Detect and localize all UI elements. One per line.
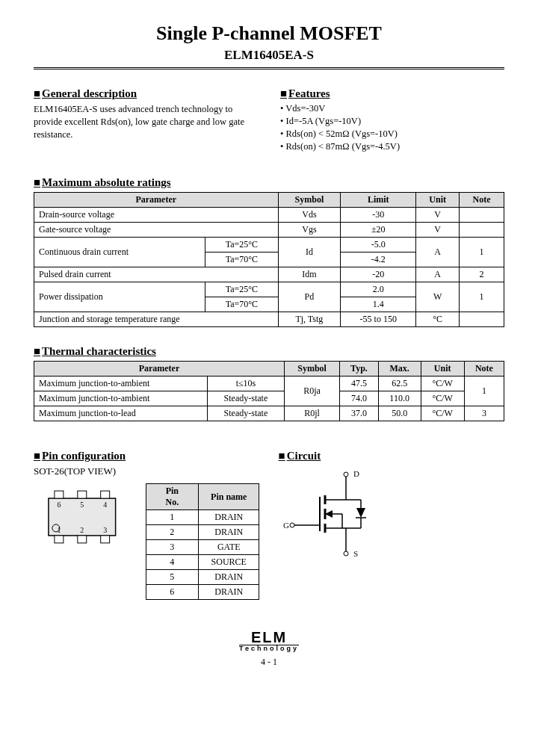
mosfet-circuit-icon: D S G xyxy=(279,465,383,563)
brand-logo-icon: ELM Technology xyxy=(239,630,299,652)
svg-rect-2 xyxy=(78,491,87,498)
general-description-col: General description ELM16405EA-S uses ad… xyxy=(34,77,258,154)
svg-text:S: S xyxy=(353,549,358,558)
max-ratings-heading: Maximum absolute ratings xyxy=(34,176,504,189)
svg-text:6: 6 xyxy=(57,501,61,509)
page-title: Single P-channel MOSFET xyxy=(34,22,504,45)
svg-rect-5 xyxy=(78,536,87,543)
svg-text:2: 2 xyxy=(80,526,84,534)
title-divider xyxy=(34,67,504,69)
features-col: Features Vds=-30V Id=-5A (Vgs=-10V) Rds(… xyxy=(280,77,504,154)
max-ratings-table: Parameter Symbol Limit Unit Note Drain-s… xyxy=(34,192,504,327)
col-parameter: Parameter xyxy=(34,362,285,377)
intro-columns: General description ELM16405EA-S uses ad… xyxy=(34,77,504,154)
col-parameter: Parameter xyxy=(34,193,279,208)
svg-text:D: D xyxy=(353,469,359,478)
svg-point-20 xyxy=(290,523,294,527)
general-text: ELM16405EA-S uses advanced trench techno… xyxy=(34,103,258,141)
table-row: Continuous drain current Ta=25°C Id -5.0… xyxy=(34,238,504,252)
svg-text:1: 1 xyxy=(57,526,61,534)
package-diagram-icon: 6 5 4 1 2 3 xyxy=(34,483,131,551)
page-footer: ELM Technology 4 - 1 xyxy=(34,630,504,668)
thermal-table: Parameter Symbol Typ. Max. Unit Note Max… xyxy=(34,361,504,421)
package-label: SOT-26(TOP VIEW) xyxy=(34,465,259,477)
table-row: Power dissipation Ta=25°C Pd 2.0 W 1 xyxy=(34,282,504,297)
svg-text:4: 4 xyxy=(103,501,107,509)
table-row: Junction and storage temperature range T… xyxy=(34,312,504,327)
datasheet-page: Single P-channel MOSFET ELM16405EA-S Gen… xyxy=(0,0,538,683)
general-heading: General description xyxy=(34,87,258,100)
col-unit: Unit xyxy=(416,193,460,208)
col-symbol: Symbol xyxy=(284,362,339,377)
thermal-heading: Thermal characteristics xyxy=(34,345,504,358)
svg-rect-4 xyxy=(55,536,64,543)
part-number: ELM16405EA-S xyxy=(34,48,504,63)
svg-text:5: 5 xyxy=(80,501,84,509)
pin-config-section: Pin configuration SOT-26(TOP VIEW) 6 5 xyxy=(34,439,259,600)
feature-item: Vds=-30V xyxy=(280,103,504,114)
table-row: Maximum junction-to-lead Steady-state R0… xyxy=(34,406,504,421)
table-row: 5DRAIN xyxy=(146,570,259,585)
table-row: 2DRAIN xyxy=(146,525,259,540)
table-header-row: Parameter Symbol Typ. Max. Unit Note xyxy=(34,362,504,377)
page-number: 4 - 1 xyxy=(34,657,504,668)
col-typ: Typ. xyxy=(340,362,378,377)
col-note: Note xyxy=(464,362,504,377)
col-limit: Limit xyxy=(341,193,416,208)
svg-rect-1 xyxy=(55,491,64,498)
col-unit: Unit xyxy=(421,362,464,377)
col-max: Max. xyxy=(378,362,421,377)
svg-marker-36 xyxy=(356,508,365,518)
pin-table: Pin No.Pin name 1DRAIN 2DRAIN 3GATE 4SOU… xyxy=(146,483,260,600)
svg-rect-3 xyxy=(101,491,110,498)
col-note: Note xyxy=(460,193,504,208)
table-row: Maximum junction-to-ambient Steady-state… xyxy=(34,391,504,406)
table-row: 4SOURCE xyxy=(146,555,259,570)
table-row: 1DRAIN xyxy=(146,510,259,525)
svg-point-14 xyxy=(344,472,348,477)
table-header-row: Parameter Symbol Limit Unit Note xyxy=(34,193,504,208)
table-row: 3GATE xyxy=(146,540,259,555)
table-row: 6DRAIN xyxy=(146,585,259,600)
svg-text:G: G xyxy=(283,521,289,530)
table-row: Pulsed drain current Idm -20 A 2 xyxy=(34,267,504,282)
circuit-section: Circuit D S G xyxy=(279,439,504,566)
svg-point-17 xyxy=(344,551,348,556)
svg-text:3: 3 xyxy=(103,526,107,534)
col-symbol: Symbol xyxy=(278,193,341,208)
bottom-row: Pin configuration SOT-26(TOP VIEW) 6 5 xyxy=(34,439,504,600)
feature-item: Id=-5A (Vgs=-10V) xyxy=(280,116,504,127)
table-row: Drain-source voltage Vds -30 V xyxy=(34,208,504,223)
features-heading: Features xyxy=(280,87,504,100)
pin-config-heading: Pin configuration xyxy=(34,450,259,462)
svg-rect-6 xyxy=(101,536,110,543)
table-row: Gate-source voltage Vgs ±20 V xyxy=(34,223,504,238)
features-list: Vds=-30V Id=-5A (Vgs=-10V) Rds(on) < 52m… xyxy=(280,103,504,152)
table-row: Maximum junction-to-ambient t≤10s R0ja 4… xyxy=(34,377,504,391)
feature-item: Rds(on) < 52mΩ (Vgs=-10V) xyxy=(280,128,504,140)
circuit-heading: Circuit xyxy=(279,450,504,462)
feature-item: Rds(on) < 87mΩ (Vgs=-4.5V) xyxy=(280,141,504,152)
